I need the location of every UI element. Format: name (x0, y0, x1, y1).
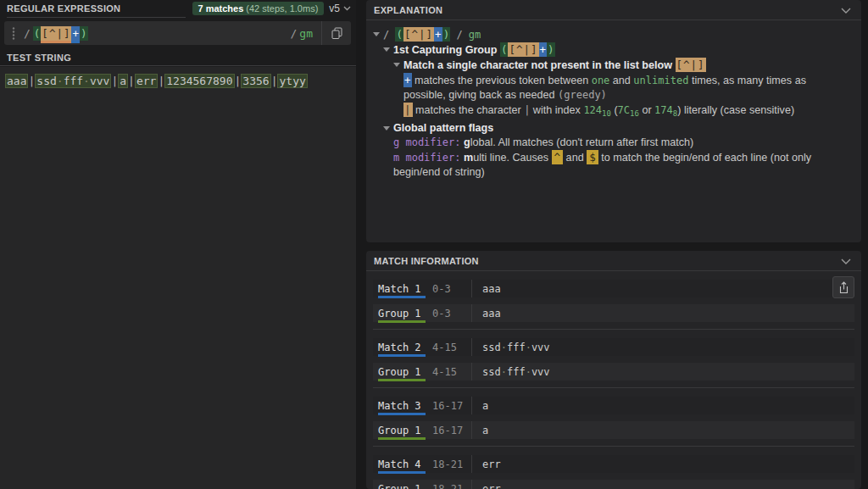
explanation-text: one (592, 75, 610, 86)
match-row[interactable]: Match 316-17a (373, 397, 854, 414)
explanation-text: 7C (618, 104, 630, 116)
collapse-match-information-button[interactable] (839, 257, 853, 266)
match-row[interactable]: Match 24-15ssd·fff·vvv (373, 338, 854, 356)
match-steps-time: (42 steps, 1.0ms) (246, 3, 318, 14)
explanation-text: 1st Capturing Group (393, 44, 500, 56)
collapse-arrow-icon[interactable] (383, 47, 390, 52)
explanation-text: m modifier: (393, 152, 460, 164)
regex-input[interactable]: / ([^|]+) / gm (4, 21, 351, 45)
divider (471, 480, 472, 489)
regex-token: ( (395, 27, 403, 42)
row-value: ssd·fff·vvv (482, 366, 550, 378)
group-row[interactable]: Group 14-15ssd·fff·vvv (373, 363, 854, 381)
row-range: 4-15 (432, 366, 471, 378)
regex-token: + (434, 27, 442, 42)
divider (471, 280, 472, 297)
match-information-header: MATCH INFORMATION (366, 251, 861, 271)
match-highlight: err (136, 75, 157, 87)
group-row[interactable]: Group 10-3aaa (373, 304, 854, 322)
match-highlight: ytyy (278, 75, 306, 87)
group-separator (373, 446, 854, 447)
regex-token: + (71, 26, 80, 41)
group-separator (373, 387, 854, 388)
export-matches-button[interactable] (832, 276, 854, 298)
row-range: 18-21 (432, 483, 471, 489)
row-range: 0-3 (432, 308, 471, 320)
explanation-text: $ (587, 150, 598, 164)
explanation-text: Global pattern flags (393, 122, 493, 134)
divider (471, 397, 472, 414)
explanation-text: with index (530, 104, 583, 116)
divider (471, 304, 472, 322)
explanation-line: | matches the character | with index 124… (373, 103, 849, 121)
explanation-text: Match a single character not present in … (403, 59, 676, 71)
chevron-down-icon (841, 258, 851, 264)
match-information-title: MATCH INFORMATION (374, 256, 479, 266)
row-label: Match 2 (378, 342, 426, 357)
regex-section-title: REGULAR EXPRESSION (7, 0, 186, 18)
explanation-text: unlimited (633, 75, 688, 86)
group-row[interactable]: Group 116-17a (373, 421, 854, 439)
explanation-text: ulti line. Causes (473, 152, 551, 164)
explanation-text: matches the previous token between (412, 75, 592, 86)
explanation-text: ^ (552, 150, 564, 164)
regex-token: ) (442, 27, 451, 42)
regex-token: + (539, 42, 548, 57)
explanation-text: + (403, 73, 412, 87)
regex-flags[interactable]: gm (299, 27, 313, 40)
row-range: 18-21 (432, 458, 471, 470)
divider (471, 363, 472, 381)
pattern-column: REGULAR EXPRESSION 7 matches(42 steps, 1… (0, 0, 356, 489)
row-range: 16-17 (432, 425, 471, 436)
row-label: Group 1 (378, 425, 426, 440)
explanation-line: 1st Capturing Group ([^|]+) (373, 42, 849, 58)
row-label: Match 3 (378, 400, 426, 415)
explanation-text: or (639, 104, 654, 116)
regex-section-header: REGULAR EXPRESSION 7 matches(42 steps, 1… (0, 0, 356, 18)
explanation-text: gm (469, 29, 481, 41)
collapse-arrow-icon[interactable] (393, 63, 400, 67)
separator-char: | (234, 75, 242, 87)
row-value: a (482, 400, 488, 412)
divider (471, 455, 472, 473)
row-value: err (482, 458, 501, 470)
match-highlight: ssd·fff·vvv (36, 75, 110, 87)
row-label: Group 1 (378, 308, 426, 323)
copy-button[interactable] (322, 21, 351, 45)
explanation-text: matches the character (413, 104, 525, 116)
regex-pattern: ([^|]+) (33, 25, 88, 41)
explanation-text: 124 (583, 104, 602, 116)
space-dot: · (501, 342, 507, 353)
separator-char: | (127, 75, 136, 87)
collapse-explanation-button[interactable] (839, 6, 853, 15)
match-row[interactable]: Match 10-3aaa (373, 280, 854, 297)
regex-token: [^|] (403, 27, 434, 42)
row-range: 0-3 (432, 283, 471, 295)
row-value: ssd·fff·vvv (482, 342, 550, 353)
group-row[interactable]: Group 118-21err (373, 480, 854, 489)
match-row[interactable]: Match 418-21err (373, 455, 854, 473)
test-string-editor[interactable]: aaa|ssd·fff·vvv|a|err|1234567890|3356|yt… (0, 67, 356, 489)
regex-token: [^|] (508, 42, 538, 57)
match-list: Match 10-3aaaGroup 10-3aaaMatch 24-15ssd… (366, 280, 861, 489)
match-list-container: Match 10-3aaaGroup 10-3aaaMatch 24-15ssd… (366, 271, 861, 489)
flavor-selector[interactable]: v5 (329, 3, 351, 14)
explanation-title: EXPLANATION (374, 5, 442, 15)
explanation-tree: / ([^|]+) / gm1st Capturing Group ([^|]+… (366, 20, 861, 180)
row-value: aaa (482, 283, 501, 295)
export-icon (838, 281, 849, 294)
explanation-text: / (450, 29, 469, 41)
drag-handle-icon[interactable] (12, 27, 15, 40)
copy-icon (331, 27, 342, 39)
collapse-arrow-icon[interactable] (383, 126, 390, 131)
regex-token: ) (547, 42, 555, 57)
space-dot: · (501, 366, 507, 378)
divider (471, 338, 472, 356)
row-label: Group 1 (378, 366, 426, 381)
explanation-text: 174 (654, 104, 673, 116)
explanation-line: Global pattern flags (373, 121, 849, 136)
collapse-arrow-icon[interactable] (373, 32, 380, 36)
separator-char: | (110, 75, 119, 87)
row-value: aaa (482, 308, 501, 320)
row-range: 4-15 (432, 342, 471, 353)
